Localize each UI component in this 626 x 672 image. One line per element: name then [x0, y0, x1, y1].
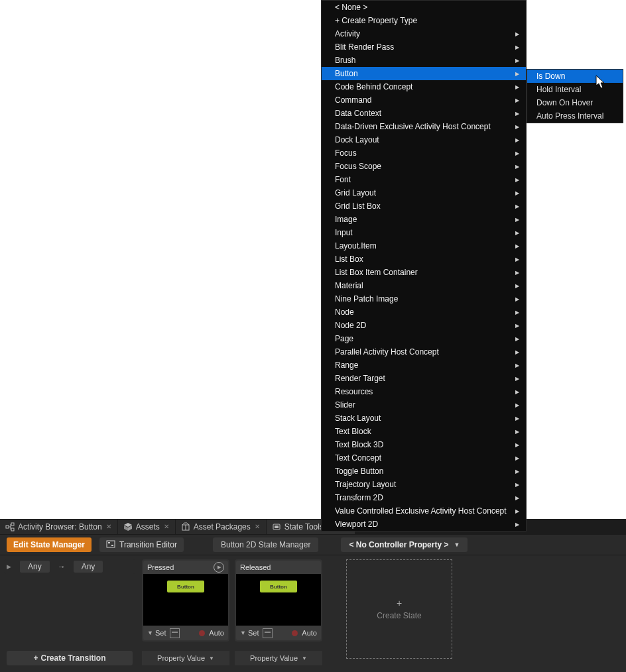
controller-icon[interactable] — [170, 628, 180, 638]
chevron-right-icon: ▶ — [515, 111, 519, 117]
set-button[interactable]: ▼ Set — [240, 629, 259, 637]
play-icon[interactable]: ▶ — [214, 562, 224, 573]
tab-assets[interactable]: Assets ✕ — [118, 520, 176, 534]
menu-item[interactable]: Page▶ — [322, 332, 526, 345]
menu-item[interactable]: Activity▶ — [322, 27, 526, 40]
play-icon[interactable]: ▶ — [7, 563, 15, 570]
menu-item-label: Command — [335, 95, 371, 105]
close-icon[interactable]: ✕ — [254, 524, 261, 530]
menu-item[interactable]: Text Block 3D▶ — [322, 438, 526, 451]
menu-item[interactable]: < None > — [322, 1, 526, 14]
property-value-selector[interactable]: Property Value ▼ — [142, 651, 229, 665]
close-icon[interactable]: ✕ — [163, 524, 170, 530]
state-manager-selector[interactable]: Button 2D State Manager — [213, 537, 318, 552]
chevron-right-icon: ▶ — [515, 243, 519, 249]
controller-property-selector[interactable]: < No Controller Property > ▼ — [341, 537, 468, 552]
set-button[interactable]: ▼ Set — [147, 629, 166, 637]
menu-item[interactable]: Toggle Button▶ — [322, 465, 526, 478]
menu-item[interactable]: Data Context▶ — [322, 107, 526, 120]
menu-item[interactable]: Grid List Box▶ — [322, 199, 526, 213]
menu-item-label: Input — [335, 228, 353, 237]
editor-icon — [106, 539, 115, 551]
tab-strip: Activity Browser: Button ✕ Assets ✕ Asse… — [0, 519, 626, 535]
menu-item-label: Resources — [335, 387, 373, 396]
menu-item[interactable]: Brush▶ — [322, 54, 526, 67]
state-card-header[interactable]: Released — [236, 561, 321, 574]
tab-asset-packages[interactable]: Asset Packages ✕ — [176, 520, 267, 534]
menu-item[interactable]: Command▶ — [322, 93, 526, 107]
tab-activity-browser[interactable]: Activity Browser: Button ✕ — [0, 520, 118, 534]
menu-item[interactable]: Input▶ — [322, 226, 526, 239]
menu-item[interactable]: Grid Layout▶ — [322, 186, 526, 199]
tab-label: Activity Browser: Button — [18, 522, 102, 532]
menu-item[interactable]: Image▶ — [322, 213, 526, 226]
state-card-header[interactable]: Pressed ▶ — [143, 561, 228, 574]
chevron-right-icon: ▶ — [515, 270, 519, 276]
chevron-right-icon: ▶ — [515, 336, 519, 342]
submenu-item[interactable]: Down On Hover — [527, 96, 623, 109]
arrow-right-icon: → — [55, 562, 68, 571]
arrow-down-icon: ▼ — [147, 630, 153, 636]
menu-item[interactable]: Code Behind Concept▶ — [322, 80, 526, 93]
menu-item-label: Blit Render Pass — [335, 42, 394, 52]
edit-state-manager-button[interactable]: Edit State Manager — [7, 537, 92, 552]
chevron-right-icon: ▶ — [515, 44, 519, 50]
chevron-right-icon: ▶ — [515, 58, 519, 64]
menu-item[interactable]: Text Block▶ — [322, 425, 526, 438]
auto-label[interactable]: Auto — [209, 629, 224, 637]
submenu-item-label: Auto Press Interval — [536, 111, 603, 121]
menu-item[interactable]: Button▶ — [322, 67, 526, 80]
chevron-right-icon: ▶ — [515, 482, 519, 488]
create-state-button[interactable]: + Create State — [346, 559, 452, 659]
state-preview[interactable]: Button — [236, 574, 321, 626]
svg-rect-12 — [111, 545, 113, 546]
tab-label: Assets — [136, 522, 160, 532]
menu-item[interactable]: List Box Item Container▶ — [322, 266, 526, 279]
menu-item[interactable]: Dock Layout▶ — [322, 133, 526, 146]
record-icon[interactable] — [199, 630, 205, 636]
menu-item[interactable]: Transform 2D▶ — [322, 491, 526, 504]
menu-item[interactable]: Slider▶ — [322, 398, 526, 412]
create-transition-button[interactable]: + Create Transition — [7, 651, 133, 665]
transition-row[interactable]: ▶ Any → Any — [4, 559, 135, 574]
menu-item[interactable]: Render Target▶ — [322, 372, 526, 385]
menu-item-label: Code Behind Concept — [335, 82, 412, 91]
chevron-right-icon: ▶ — [515, 376, 519, 382]
property-value-selector[interactable]: Property Value ▼ — [235, 651, 322, 665]
submenu-item[interactable]: Auto Press Interval — [527, 109, 623, 123]
menu-item[interactable]: Viewport 2D▶ — [322, 518, 526, 531]
menu-item[interactable]: Material▶ — [322, 279, 526, 292]
transition-from[interactable]: Any — [20, 561, 50, 573]
menu-item[interactable]: List Box▶ — [322, 252, 526, 266]
menu-item[interactable]: Data-Driven Exclusive Activity Host Conc… — [322, 120, 526, 133]
close-icon[interactable]: ✕ — [105, 524, 112, 530]
menu-item[interactable]: Font▶ — [322, 173, 526, 186]
controller-icon[interactable] — [263, 628, 273, 638]
state-preview[interactable]: Button — [143, 574, 228, 626]
menu-item[interactable]: Range▶ — [322, 359, 526, 372]
transition-to[interactable]: Any — [74, 561, 103, 573]
submenu-item[interactable]: Hold Interval — [527, 83, 623, 96]
menu-item[interactable]: Focus▶ — [322, 146, 526, 160]
menu-item[interactable]: Trajectory Layout▶ — [322, 478, 526, 491]
chevron-right-icon: ▶ — [515, 442, 519, 448]
menu-item[interactable]: Text Concept▶ — [322, 451, 526, 465]
menu-item[interactable]: Nine Patch Image▶ — [322, 292, 526, 306]
menu-item[interactable]: Resources▶ — [322, 385, 526, 398]
submenu-item[interactable]: Is Down — [527, 70, 623, 83]
menu-item[interactable]: Parallel Activity Host Concept▶ — [322, 345, 526, 359]
menu-item[interactable]: Value Controlled Exclusive Activity Host… — [322, 504, 526, 518]
record-icon[interactable] — [292, 630, 298, 636]
menu-item[interactable]: Node 2D▶ — [322, 319, 526, 332]
menu-item-label: Brush — [335, 56, 355, 65]
menu-item[interactable]: Blit Render Pass▶ — [322, 40, 526, 54]
menu-item[interactable]: + Create Property Type — [322, 14, 526, 27]
transition-editor-button[interactable]: Transition Editor — [99, 537, 184, 552]
menu-item[interactable]: Stack Layout▶ — [322, 412, 526, 425]
chevron-right-icon: ▶ — [515, 469, 519, 475]
auto-label[interactable]: Auto — [302, 629, 317, 637]
svg-rect-10 — [107, 541, 115, 547]
menu-item[interactable]: Node▶ — [322, 306, 526, 319]
menu-item[interactable]: Focus Scope▶ — [322, 160, 526, 173]
menu-item[interactable]: Layout.Item▶ — [322, 239, 526, 252]
